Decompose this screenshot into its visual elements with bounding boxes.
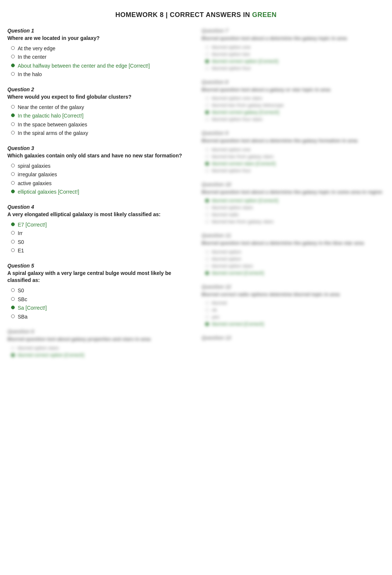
q1-number: Question 1 — [7, 28, 190, 34]
question-2-block: Question 2 Where would you expect to fin… — [7, 86, 190, 137]
q12-opt2: ok — [202, 307, 385, 313]
q9-opt3-label: blurred correct stars [Correct!] — [212, 161, 276, 166]
q1-opt2-radio — [11, 55, 15, 58]
title-green: GREEN — [252, 11, 277, 18]
q12-number: Question 12 — [202, 284, 385, 290]
q3-text: Which galaxies contain only old stars an… — [7, 152, 190, 160]
q5-number: Question 5 — [7, 263, 190, 269]
page-title: HOMEWORK 8 | CORRECT ANSWERS IN GREEN — [7, 11, 385, 19]
q8-opt3-label: blurred correct galaxy [Correct!] — [212, 109, 279, 115]
q3-opt1-radio — [11, 164, 15, 167]
q11-opt3-radio — [205, 264, 209, 268]
q6-number: Question 6 — [7, 329, 190, 334]
q6-opt1: blurred option stars — [7, 345, 190, 351]
q1-options: At the very edge In the center About hal… — [7, 45, 190, 78]
q12-opt1-radio — [205, 301, 209, 305]
q2-text: Where would you expect to find globular … — [7, 93, 190, 101]
q4-opt4-radio — [11, 248, 15, 252]
q7-opt4-label: blurred option four — [212, 65, 251, 71]
q10-opt1-label: blurred correct option [Correct!] — [212, 198, 278, 203]
q9-opt3: blurred correct stars [Correct!] — [202, 161, 385, 166]
q8-opt2: blurred two from galaxy telescope — [202, 102, 385, 108]
q8-opt1-radio — [205, 96, 209, 100]
question-10-block: Question 10 Blurred question text about … — [202, 181, 385, 225]
q3-opt4-label: elliptical galaxies [Correct!] — [18, 188, 79, 196]
q6-opt1-label: blurred option stars — [18, 345, 59, 351]
q11-opt1-radio — [205, 250, 209, 254]
q7-opt4-radio — [205, 67, 209, 70]
q9-opt3-radio — [205, 162, 209, 166]
q5-opt2: SBc — [7, 296, 190, 303]
q1-opt2-label: In the center — [18, 54, 47, 61]
q12-opt1: blurred — [202, 300, 385, 306]
q6-opt1-radio — [11, 346, 15, 350]
q7-opt1: blurred option one — [202, 44, 385, 50]
q4-options: E7 [Correct!] Irr S0 E1 — [7, 221, 190, 255]
q1-opt3-label: About halfway between the center and the… — [18, 62, 150, 70]
q10-opt3-label: blurred radio — [212, 212, 239, 217]
q1-opt1: At the very edge — [7, 45, 190, 52]
q3-opt3: active galaxies — [7, 180, 190, 187]
q5-opt3-radio — [11, 306, 15, 309]
q4-opt4-label: E1 — [18, 247, 24, 255]
q4-opt1: E7 [Correct!] — [7, 221, 190, 229]
q2-opt2-label: In the galactic halo [Correct!] — [18, 112, 83, 120]
q5-opt1-radio — [11, 288, 15, 292]
q7-opt2-label: blurred option two — [212, 51, 250, 57]
q1-opt3-radio — [11, 64, 15, 67]
q5-opt1-label: S0 — [18, 287, 24, 295]
q7-number: Question 7 — [202, 28, 385, 34]
q11-opt1: blurred option — [202, 249, 385, 255]
q5-opt2-label: SBc — [18, 296, 27, 303]
question-1-block: Question 1 Where are we located in your … — [7, 28, 190, 78]
q4-opt4: E1 — [7, 247, 190, 255]
q12-opt2-label: ok — [212, 307, 217, 313]
q13-number: Question 13 — [202, 335, 385, 341]
q10-opt4-label: blurred two from galaxy stars — [212, 219, 274, 224]
question-8-block: Question 8 Blurred question text about a… — [202, 79, 385, 122]
q11-opt4-radio — [205, 271, 209, 275]
q3-opt2-label: irregular galaxies — [18, 171, 57, 178]
q3-options: spiral galaxies irregular galaxies activ… — [7, 163, 190, 196]
q5-opt3-label: Sa [Correct!] — [18, 304, 47, 312]
question-3-block: Question 3 Which galaxies contain only o… — [7, 145, 190, 196]
q12-opt4-radio — [205, 322, 209, 326]
q10-opt4: blurred two from galaxy stars — [202, 219, 385, 224]
q8-opt4-label: blurred option four stars — [212, 116, 262, 122]
q7-opt4: blurred option four — [202, 65, 385, 71]
q1-opt4-label: In the halo — [18, 71, 42, 78]
q11-opt2-label: blurred option — [212, 256, 241, 262]
q1-opt1-label: At the very edge — [18, 45, 55, 52]
q1-text: Where are we located in your galaxy? — [7, 35, 190, 42]
q5-opt3: Sa [Correct!] — [7, 304, 190, 312]
question-11-block: Question 11 Blurred question text about … — [202, 232, 385, 276]
q4-opt2-radio — [11, 231, 15, 235]
q10-opt3-radio — [205, 213, 209, 217]
q6-opt2-radio — [11, 353, 15, 357]
q9-number: Question 9 — [202, 130, 385, 136]
q5-opt2-radio — [11, 297, 15, 301]
q11-opt4-label: blurred correct [Correct!] — [212, 270, 264, 276]
question-5-block: Question 5 A spiral galaxy with a very l… — [7, 263, 190, 321]
q12-opt1-label: blurred — [212, 300, 227, 306]
q12-opt4-label: blurred correct [Correct!] — [212, 321, 264, 327]
q9-opt4-label: blurred option four — [212, 168, 251, 173]
q9-opt1-label: blurred option one — [212, 147, 251, 152]
q4-opt2-label: Irr — [18, 230, 23, 237]
q9-opt2-label: blurred two from galaxy stars — [212, 154, 274, 159]
q10-opt3: blurred radio — [202, 212, 385, 217]
q2-opt1-radio — [11, 105, 15, 109]
q11-opt2-radio — [205, 257, 209, 261]
q4-opt1-radio — [11, 222, 15, 226]
q2-opt4-radio — [11, 131, 15, 135]
q9-opt1: blurred option one — [202, 147, 385, 152]
q11-text: Blurred question text about a determine … — [202, 240, 385, 246]
q1-opt2: In the center — [7, 54, 190, 61]
question-12-block: Question 12 Blurred correct radio option… — [202, 284, 385, 327]
q7-opt2: blurred option two — [202, 51, 385, 57]
q8-opt2-label: blurred two from galaxy telescope — [212, 102, 283, 108]
q1-opt1-radio — [11, 46, 15, 50]
q7-opt3-radio — [205, 59, 209, 63]
q2-opt3: In the space between galaxies — [7, 121, 190, 129]
q11-opt2: blurred option — [202, 256, 385, 262]
